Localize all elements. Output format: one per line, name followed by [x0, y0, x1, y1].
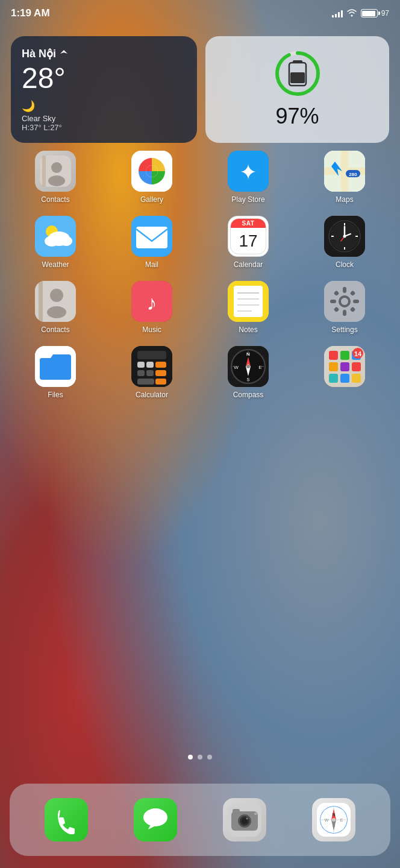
app-calendar[interactable]: SAT 17 Calendar	[224, 216, 272, 269]
app-row-1: Contacts	[7, 151, 393, 204]
location-icon	[60, 49, 68, 58]
dock-camera[interactable]	[223, 798, 266, 841]
app-clock[interactable]: Clock	[320, 216, 369, 269]
calculator-icon	[131, 346, 172, 387]
svg-rect-66	[155, 362, 166, 368]
signal-icon	[332, 9, 343, 17]
dock-messages[interactable]	[134, 798, 177, 841]
dock-safari[interactable]: N S W E	[312, 798, 355, 841]
status-time: 1:19 AM	[11, 7, 50, 19]
calculator-label: Calculator	[136, 391, 168, 399]
app-mail[interactable]: Mail	[128, 216, 176, 269]
calendar-day: 17	[231, 228, 266, 254]
settings-label: Settings	[331, 326, 357, 334]
svg-rect-3	[293, 60, 302, 63]
svg-rect-38	[39, 281, 43, 322]
svg-text:280: 280	[349, 172, 357, 177]
svg-point-39	[50, 289, 63, 302]
svg-text:✦: ✦	[239, 160, 257, 184]
app-playstore[interactable]: ✦ Play Store	[224, 151, 272, 204]
svg-point-40	[47, 306, 66, 318]
svg-text:♪: ♪	[147, 291, 157, 314]
app-row-4: Files Calculator	[7, 346, 393, 399]
dock-phone[interactable]	[45, 798, 88, 841]
signal-bar-2	[335, 14, 337, 17]
files-label: Files	[48, 391, 63, 399]
svg-rect-91	[329, 374, 338, 383]
svg-rect-92	[340, 374, 349, 383]
svg-rect-71	[155, 379, 166, 385]
app-compass[interactable]: N S W E Compass	[224, 346, 272, 399]
status-icons: 97	[332, 8, 389, 19]
svg-rect-68	[146, 370, 154, 376]
calendar-label: Calendar	[234, 260, 263, 269]
app-calculator[interactable]: Calculator	[128, 346, 176, 399]
weather-city: Hà Nội	[22, 47, 186, 60]
clock-icon	[324, 216, 365, 257]
notes-label: Notes	[239, 326, 257, 334]
weather-widget[interactable]: Hà Nội 28° 🌙 Clear Sky H:37° L:27°	[11, 36, 197, 143]
svg-rect-44	[234, 286, 263, 317]
calendar-month: SAT	[231, 219, 266, 228]
page-dot-2[interactable]	[198, 755, 202, 760]
svg-rect-90	[352, 362, 361, 371]
svg-point-23	[60, 236, 72, 246]
contacts2-icon	[35, 281, 76, 322]
mail-icon	[131, 216, 172, 257]
svg-rect-106	[254, 813, 257, 815]
app-row-3: Contacts ♪ Music	[7, 281, 393, 334]
settings-icon	[324, 281, 365, 322]
contacts2-label: Contacts	[41, 326, 69, 334]
svg-point-22	[45, 236, 59, 247]
svg-rect-25	[136, 227, 167, 248]
page-dot-3[interactable]	[207, 755, 212, 760]
page-dot-1[interactable]	[188, 755, 193, 760]
svg-rect-85	[329, 351, 338, 360]
app-grid: Contacts	[7, 151, 393, 411]
calendar-icon: SAT 17	[228, 216, 269, 257]
svg-point-79	[246, 365, 250, 368]
weather-icon-row: 🌙	[22, 99, 186, 113]
battery-percent: 97%	[275, 104, 319, 129]
app-gallery[interactable]: Gallery	[128, 151, 176, 204]
app-notes[interactable]: Notes	[224, 281, 272, 334]
app-folder[interactable]: 14	[320, 346, 369, 399]
svg-text:W: W	[325, 818, 329, 822]
page-dots	[0, 755, 400, 760]
svg-point-98	[143, 808, 167, 826]
app-contacts2[interactable]: Contacts	[31, 281, 80, 334]
playstore-label: Play Store	[231, 195, 264, 204]
app-contacts[interactable]: Contacts	[31, 151, 80, 204]
battery-text: 97	[381, 9, 389, 17]
status-bar: 1:19 AM 97	[0, 0, 400, 27]
gallery-icon	[131, 151, 172, 192]
svg-rect-61	[40, 358, 71, 380]
playstore-icon: ✦	[228, 151, 269, 192]
svg-text:W: W	[234, 365, 239, 370]
widgets-row: Hà Nội 28° 🌙 Clear Sky H:37° L:27° 97%	[11, 36, 389, 143]
compass-label: Compass	[233, 391, 264, 399]
svg-rect-69	[155, 370, 166, 376]
svg-point-7	[51, 162, 62, 173]
app-row-2: Weather Mail SAT 17 Calendar	[7, 216, 393, 269]
svg-text:S: S	[333, 823, 336, 828]
battery-fill	[362, 11, 375, 16]
app-files[interactable]: Files	[31, 346, 80, 399]
svg-rect-53	[343, 310, 346, 316]
svg-point-104	[246, 818, 248, 820]
app-maps[interactable]: 280 Maps	[320, 151, 369, 204]
gallery-label: Gallery	[140, 195, 163, 204]
svg-rect-64	[137, 362, 145, 368]
svg-rect-89	[340, 362, 349, 371]
svg-point-51	[341, 298, 348, 305]
maps-label: Maps	[336, 195, 353, 204]
battery-widget[interactable]: 97%	[205, 36, 389, 143]
svg-rect-55	[353, 300, 359, 303]
app-weather[interactable]: Weather	[31, 216, 80, 269]
svg-rect-105	[233, 809, 240, 813]
app-settings[interactable]: Settings	[320, 281, 369, 334]
phone-icon	[45, 798, 88, 841]
contacts-label: Contacts	[41, 195, 69, 204]
app-music[interactable]: ♪ Music	[128, 281, 176, 334]
folder-label	[343, 391, 345, 399]
